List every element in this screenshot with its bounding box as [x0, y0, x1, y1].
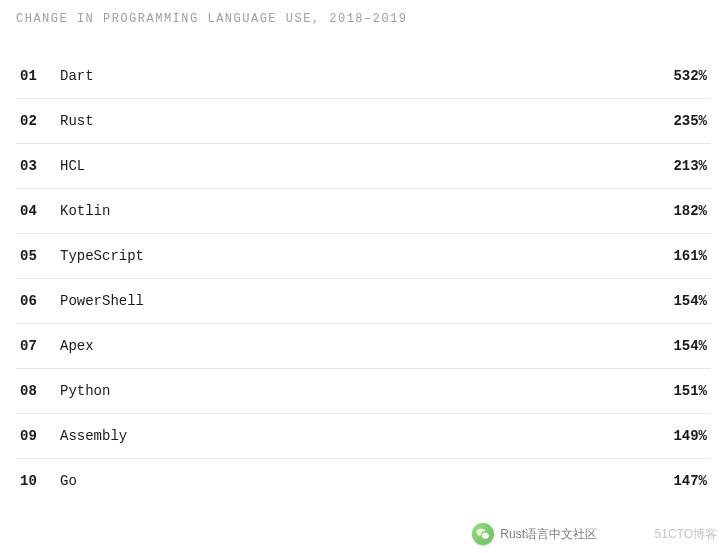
table-row: 07Apex154% — [16, 324, 711, 369]
wechat-icon — [472, 523, 494, 545]
table-row: 03HCL213% — [16, 144, 711, 189]
rank-cell: 03 — [20, 158, 60, 174]
rank-cell: 06 — [20, 293, 60, 309]
watermark-source: 51CTO博客 — [655, 526, 717, 543]
percent-cell: 532% — [673, 68, 707, 84]
percent-cell: 149% — [673, 428, 707, 444]
language-cell: Apex — [60, 338, 673, 354]
rank-cell: 02 — [20, 113, 60, 129]
table-title: CHANGE IN PROGRAMMING LANGUAGE USE, 2018… — [16, 12, 711, 26]
table-row: 01Dart532% — [16, 54, 711, 99]
language-cell: TypeScript — [60, 248, 673, 264]
rank-cell: 07 — [20, 338, 60, 354]
language-cell: Dart — [60, 68, 673, 84]
percent-cell: 147% — [673, 473, 707, 489]
language-cell: Rust — [60, 113, 673, 129]
percent-cell: 151% — [673, 383, 707, 399]
table-row: 09Assembly149% — [16, 414, 711, 459]
percent-cell: 154% — [673, 293, 707, 309]
rank-cell: 08 — [20, 383, 60, 399]
table-row: 04Kotlin182% — [16, 189, 711, 234]
table-row: 08Python151% — [16, 369, 711, 414]
percent-cell: 154% — [673, 338, 707, 354]
percent-cell: 182% — [673, 203, 707, 219]
table-container: CHANGE IN PROGRAMMING LANGUAGE USE, 2018… — [0, 0, 727, 503]
watermark-wechat: Rust语言中文社区 — [472, 523, 597, 545]
language-cell: Assembly — [60, 428, 673, 444]
table-body: 01Dart532%02Rust235%03HCL213%04Kotlin182… — [16, 54, 711, 503]
percent-cell: 213% — [673, 158, 707, 174]
language-cell: PowerShell — [60, 293, 673, 309]
percent-cell: 235% — [673, 113, 707, 129]
language-cell: HCL — [60, 158, 673, 174]
language-cell: Kotlin — [60, 203, 673, 219]
table-row: 06PowerShell154% — [16, 279, 711, 324]
language-cell: Go — [60, 473, 673, 489]
rank-cell: 01 — [20, 68, 60, 84]
percent-cell: 161% — [673, 248, 707, 264]
language-cell: Python — [60, 383, 673, 399]
rank-cell: 10 — [20, 473, 60, 489]
watermark-wechat-text: Rust语言中文社区 — [500, 526, 597, 543]
rank-cell: 09 — [20, 428, 60, 444]
rank-cell: 05 — [20, 248, 60, 264]
table-row: 10Go147% — [16, 459, 711, 503]
table-row: 05TypeScript161% — [16, 234, 711, 279]
table-row: 02Rust235% — [16, 99, 711, 144]
rank-cell: 04 — [20, 203, 60, 219]
